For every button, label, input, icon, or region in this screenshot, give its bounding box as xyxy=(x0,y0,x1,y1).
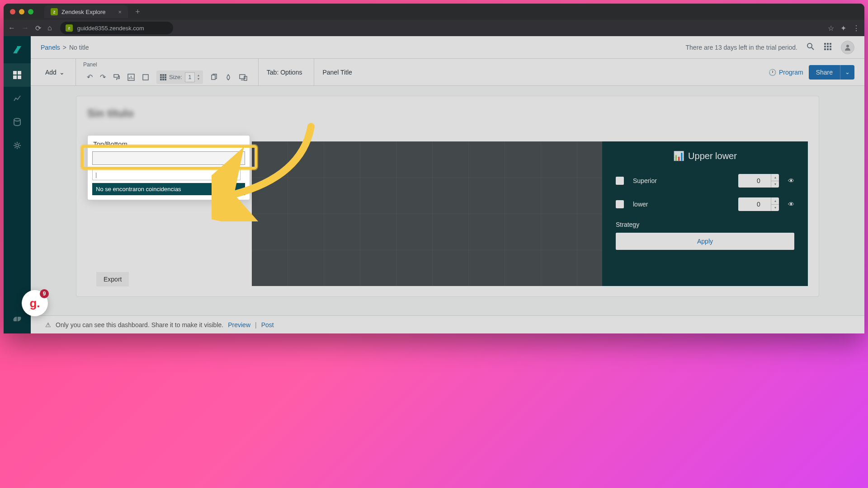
checkbox-lower[interactable] xyxy=(616,200,624,208)
upper-lower-panel: 📊 Upper lower Superior 0 ▴▾ 👁 xyxy=(252,141,808,286)
label-lower: lower xyxy=(633,201,729,208)
dropdown-label: Top/Bottom xyxy=(92,140,245,148)
tab-favicon-icon: z xyxy=(51,8,58,15)
checkbox-superior[interactable] xyxy=(616,177,624,185)
canvas: Sin título Top/Bottom No se encontraron … xyxy=(31,86,864,315)
size-value[interactable]: 1 xyxy=(185,72,195,82)
widget-title: Sin título xyxy=(87,107,808,120)
program-button[interactable]: 🕐 Program xyxy=(769,69,803,76)
sidebar-item-dashboards[interactable] xyxy=(4,63,31,87)
nav-home-icon[interactable]: ⌂ xyxy=(47,24,52,32)
row-superior: Superior 0 ▴▾ 👁 xyxy=(616,174,794,188)
eye-icon[interactable]: 👁 xyxy=(788,201,794,208)
sidebar-item-settings[interactable] xyxy=(4,134,31,157)
panel-title-tab[interactable]: Panel Title xyxy=(314,59,360,86)
size-label: Size: xyxy=(169,74,182,80)
input-lower[interactable]: 0 ▴▾ xyxy=(738,197,779,211)
app-logo-icon[interactable] xyxy=(4,36,31,63)
svg-rect-14 xyxy=(824,48,826,50)
nav-back-icon[interactable]: ← xyxy=(8,24,15,32)
breadcrumb-panels[interactable]: Panels xyxy=(41,44,60,51)
paint-icon[interactable] xyxy=(113,74,120,81)
menu-icon[interactable]: ⋮ xyxy=(853,24,860,33)
sidebar-item-reports[interactable] xyxy=(4,87,31,110)
post-link[interactable]: Post xyxy=(261,321,274,328)
chevron-down-icon: ⌄ xyxy=(59,69,65,76)
tab-close-icon[interactable]: × xyxy=(118,9,122,15)
app-frame: Panels > No title There are 13 days left… xyxy=(4,36,864,333)
square-icon[interactable] xyxy=(142,74,149,81)
trial-notice: There are 13 days left in the trial peri… xyxy=(686,44,797,51)
breadcrumb-current: No title xyxy=(69,44,89,51)
upper-lower-title: 📊 Upper lower xyxy=(616,150,794,161)
url-text: guidde8355.zendesk.com xyxy=(77,25,144,32)
svg-rect-27 xyxy=(160,76,162,78)
url-favicon-icon: z xyxy=(66,24,73,32)
svg-rect-2 xyxy=(13,75,17,79)
step-down-icon[interactable]: ▾ xyxy=(771,181,779,188)
strategy-label: Strategy xyxy=(616,221,794,228)
no-match-message: No se encontraron coincidencias xyxy=(92,183,245,195)
new-tab-button[interactable]: + xyxy=(135,7,140,17)
label-superior: Superior xyxy=(633,177,729,184)
svg-point-4 xyxy=(14,118,20,121)
step-down-icon[interactable]: ▾ xyxy=(771,205,779,211)
devices-icon[interactable] xyxy=(239,74,247,81)
upper-lower-controls: 📊 Upper lower Superior 0 ▴▾ 👁 xyxy=(602,141,808,286)
svg-point-17 xyxy=(846,45,849,47)
share-button[interactable]: Share xyxy=(809,65,840,80)
svg-rect-0 xyxy=(13,71,17,75)
svg-rect-8 xyxy=(824,43,826,45)
warning-icon: ⚠ xyxy=(45,321,51,328)
row-lower: lower 0 ▴▾ 👁 xyxy=(616,197,794,211)
close-window[interactable] xyxy=(10,9,15,14)
search-icon[interactable] xyxy=(807,42,815,52)
apps-icon[interactable] xyxy=(824,42,832,52)
select-box[interactable] xyxy=(92,151,245,165)
step-up-icon[interactable]: ▴ xyxy=(771,174,779,181)
chart-icon[interactable] xyxy=(127,74,135,81)
svg-rect-10 xyxy=(830,43,831,45)
share-dropdown[interactable]: ⌄ xyxy=(840,65,854,80)
eye-icon[interactable]: 👁 xyxy=(788,177,794,184)
guidde-badge[interactable]: g. 9 xyxy=(22,290,48,316)
svg-rect-11 xyxy=(824,46,826,47)
svg-rect-33 xyxy=(212,75,215,80)
tab-options[interactable]: Tab: Options xyxy=(258,59,311,86)
toolbar: Add ⌄ Panel ↶ ↷ xyxy=(31,59,864,86)
svg-point-5 xyxy=(16,144,19,147)
export-button[interactable]: Export xyxy=(96,272,129,286)
step-up-icon[interactable]: ▴ xyxy=(771,197,779,205)
input-superior[interactable]: 0 ▴▾ xyxy=(738,174,779,188)
browser-window: z Zendesk Explore × + ← → ⟳ ⌂ z guidde83… xyxy=(4,4,864,333)
svg-rect-15 xyxy=(827,48,829,50)
traffic-lights xyxy=(4,9,40,14)
sidebar-item-datasets[interactable] xyxy=(4,110,31,134)
dropdown-search-input[interactable] xyxy=(92,169,241,180)
drop-icon[interactable] xyxy=(225,74,232,81)
svg-rect-24 xyxy=(160,74,162,76)
url-field[interactable]: z guidde8355.zendesk.com xyxy=(60,22,173,34)
apply-button[interactable]: Apply xyxy=(616,233,794,250)
nav-reload-icon[interactable]: ⟳ xyxy=(35,24,41,33)
size-control: Size: 1 ▴▾ xyxy=(156,70,203,84)
size-stepper[interactable]: ▴▾ xyxy=(198,74,199,81)
warning-text: Only you can see this dashboard. Share i… xyxy=(56,321,223,328)
svg-rect-25 xyxy=(162,74,164,76)
addressbar: ← → ⟳ ⌂ z guidde8355.zendesk.com ☆ ✦ ⋮ xyxy=(4,20,864,36)
bookmark-icon[interactable]: ☆ xyxy=(828,24,834,33)
undo-icon[interactable]: ↶ xyxy=(87,73,93,81)
extensions-icon[interactable]: ✦ xyxy=(840,24,846,33)
clock-icon: 🕐 xyxy=(769,69,776,76)
copy-icon[interactable] xyxy=(210,74,217,81)
add-button[interactable]: Add ⌄ xyxy=(41,66,69,79)
preview-link[interactable]: Preview xyxy=(228,321,250,328)
browser-tab[interactable]: z Zendesk Explore × xyxy=(44,5,128,18)
nav-forward-icon[interactable]: → xyxy=(22,24,29,32)
avatar[interactable] xyxy=(841,41,854,54)
titlebar: z Zendesk Explore × + xyxy=(4,4,864,20)
svg-rect-3 xyxy=(18,75,21,79)
maximize-window[interactable] xyxy=(28,9,33,14)
redo-icon[interactable]: ↷ xyxy=(100,73,106,81)
minimize-window[interactable] xyxy=(19,9,24,14)
